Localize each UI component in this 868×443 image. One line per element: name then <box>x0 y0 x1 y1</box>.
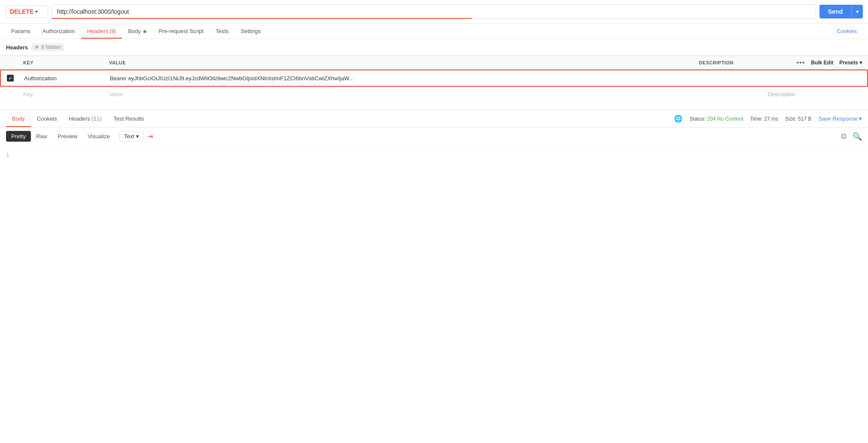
response-meta: 🌐 Status: 204 No Content Time: 27 ms Siz… <box>674 115 862 123</box>
response-tab-body[interactable]: Body <box>6 110 31 127</box>
table-row-authorization: Authorization Bearer eyJhbGciOiJIUzI1NiJ… <box>0 70 868 87</box>
headers-label: Headers <box>6 44 28 51</box>
save-response-button[interactable]: Save Response ▾ <box>818 115 862 122</box>
tab-headers-label: Headers <box>87 28 108 34</box>
response-headers-label: Headers <box>69 115 90 122</box>
view-visualize-button[interactable]: Visualize <box>82 131 115 142</box>
url-underline <box>52 18 472 19</box>
format-chevron-icon: ▾ <box>136 133 139 140</box>
tab-body-dot-icon <box>143 30 146 33</box>
tab-authorization[interactable]: Authorization <box>36 24 81 39</box>
request-tabs: Params Authorization Headers (9) Body Pr… <box>0 24 868 39</box>
send-button[interactable]: Send ▾ <box>819 5 863 18</box>
row-checkbox[interactable] <box>7 75 24 82</box>
tab-headers[interactable]: Headers (9) <box>81 24 122 39</box>
col-key-header: KEY <box>23 60 109 65</box>
response-headers-badge: (11) <box>91 115 101 122</box>
tab-tests[interactable]: Tests <box>209 24 234 39</box>
size-value: 517 B <box>798 116 811 122</box>
wrap-icon[interactable]: ⇥ <box>147 132 153 140</box>
method-label: DELETE <box>10 8 33 15</box>
response-tab-test-results[interactable]: Test Results <box>108 110 150 127</box>
presets-chevron-icon: ▾ <box>859 60 862 66</box>
col-desc-header: DESCRIPTION <box>699 60 793 65</box>
size-label: Size: 517 B <box>785 116 811 122</box>
view-raw-button[interactable]: Raw <box>31 131 52 142</box>
row-empty-desc[interactable]: Description <box>768 91 862 97</box>
response-tabs: Body Cookies Headers (11) Test Results 🌐… <box>0 110 868 127</box>
status-label: Status: 204 No Content <box>689 116 743 122</box>
url-bar: DELETE ▾ Send ▾ <box>0 0 868 24</box>
tab-prerequest[interactable]: Pre-request Script <box>152 24 209 39</box>
status-value: 204 No Content <box>707 116 743 122</box>
time-value: 27 ms <box>764 116 778 122</box>
toolbar-right-icons: ⧉ 🔍 <box>841 132 862 141</box>
row-empty-value[interactable]: Value <box>109 91 768 97</box>
col-value-header: VALUE <box>109 60 699 65</box>
more-options-icon[interactable]: ••• <box>796 59 805 67</box>
time-label: Time: 27 ms <box>750 116 778 122</box>
checkbox-checked-icon[interactable] <box>7 75 14 82</box>
globe-icon[interactable]: 🌐 <box>674 115 683 123</box>
row-value-authorization[interactable]: Bearer eyJhbGciOiJIUzI1NiJ9.eyJzdWliOilz… <box>110 75 767 82</box>
tab-headers-badge: (9) <box>109 28 116 34</box>
response-body-toolbar: Pretty Raw Preview Visualize Text ▾ ⇥ ⧉ … <box>0 127 868 146</box>
format-selected-label: Text <box>124 133 134 140</box>
tab-cookies[interactable]: Cookies <box>831 24 863 39</box>
response-tab-headers[interactable]: Headers (11) <box>63 110 108 127</box>
col-actions-header: ••• Bulk Edit Presets ▾ <box>793 59 862 67</box>
headers-section: Headers 👁 8 hidden <box>0 39 868 56</box>
presets-button[interactable]: Presets ▾ <box>839 60 862 66</box>
tab-body[interactable]: Body <box>122 24 152 39</box>
hidden-badge: 👁 8 hidden <box>31 43 64 51</box>
method-chevron-icon: ▾ <box>35 9 38 15</box>
send-chevron-icon: ▾ <box>851 6 863 18</box>
save-response-chevron-icon: ▾ <box>859 115 862 122</box>
eye-icon: 👁 <box>34 44 39 50</box>
hidden-count: 8 hidden <box>41 44 61 50</box>
row-key-authorization[interactable]: Authorization <box>24 75 110 82</box>
tab-settings[interactable]: Settings <box>235 24 267 39</box>
copy-icon[interactable]: ⧉ <box>841 132 847 141</box>
view-pretty-button[interactable]: Pretty <box>6 131 31 142</box>
url-input-container <box>52 4 816 19</box>
table-row-empty: Key Value Description <box>0 87 868 102</box>
table-header-row: KEY VALUE DESCRIPTION ••• Bulk Edit Pres… <box>0 56 868 70</box>
search-icon[interactable]: 🔍 <box>853 132 862 141</box>
url-input[interactable] <box>52 4 816 19</box>
method-selector[interactable]: DELETE ▾ <box>5 5 48 18</box>
view-preview-button[interactable]: Preview <box>52 131 82 142</box>
line-number-1: 1 <box>6 152 9 158</box>
format-select[interactable]: Text ▾ <box>119 131 144 142</box>
tab-params[interactable]: Params <box>5 24 36 39</box>
response-body-content: 1 <box>0 146 868 231</box>
bulk-edit-button[interactable]: Bulk Edit <box>811 60 833 66</box>
tab-body-label: Body <box>128 28 141 34</box>
response-tab-cookies[interactable]: Cookies <box>31 110 63 127</box>
row-empty-key[interactable]: Key <box>23 91 109 97</box>
send-label: Send <box>819 5 851 18</box>
line-1: 1 <box>6 152 862 158</box>
